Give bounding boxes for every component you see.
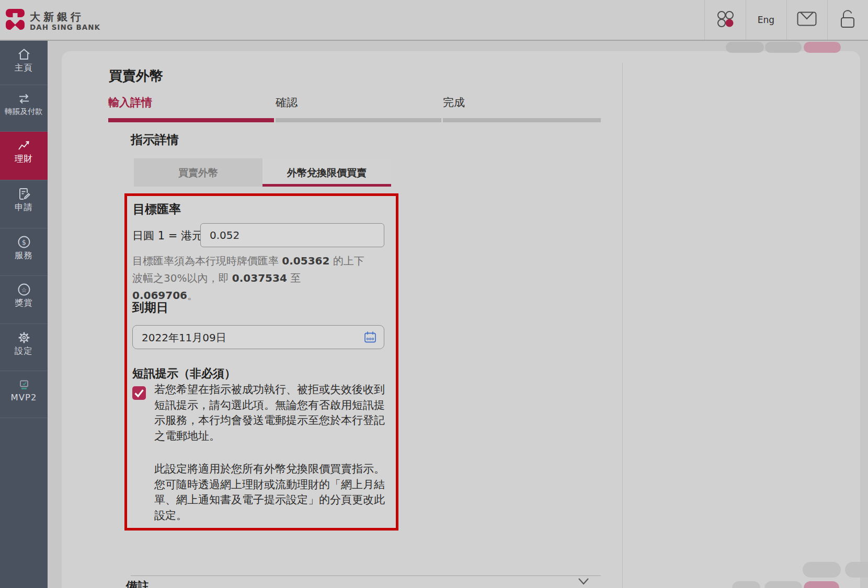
wealth-chart-icon: [17, 139, 31, 152]
logout-button[interactable]: [827, 0, 868, 40]
svg-text:$: $: [21, 238, 26, 246]
tab-fx-trade[interactable]: 買賣外幣: [134, 158, 262, 187]
apps-grid-icon: [716, 9, 735, 30]
background-pill: [726, 42, 764, 53]
application-icon: [17, 187, 31, 201]
sidebar-item-wealth[interactable]: 理財: [0, 132, 48, 180]
sidebar-item-applications[interactable]: 申請: [0, 180, 48, 228]
step-complete: 完成: [443, 95, 465, 110]
svg-text:☆: ☆: [21, 286, 27, 294]
rewards-star-icon: ☆: [17, 283, 31, 296]
remarks-divider: [131, 575, 601, 576]
target-rate-input[interactable]: [200, 223, 384, 247]
sidebar-item-transfers[interactable]: 轉賬及付款: [0, 85, 48, 132]
services-dollar-icon: $: [17, 235, 31, 249]
background-pill: [845, 562, 868, 578]
calendar-icon[interactable]: [363, 330, 377, 344]
content-right-divider: [622, 63, 623, 588]
messages-button[interactable]: [786, 0, 827, 40]
chevron-down-icon[interactable]: [578, 578, 589, 586]
dah-sing-logo-icon[interactable]: [5, 8, 26, 30]
expiry-date-field[interactable]: 2022年11月09日: [132, 325, 384, 349]
apps-menu-button[interactable]: [704, 0, 746, 40]
sidebar-item-settings[interactable]: 設定: [0, 324, 48, 371]
target-rate-title: 目標匯率: [133, 201, 181, 217]
brand-name-zh: 大新銀行: [30, 10, 84, 24]
page-title: 買賣外幣: [109, 67, 163, 85]
progress-segment-3: [443, 118, 601, 122]
sms-alert-title: 短訊提示（非必須）: [132, 366, 236, 382]
step-confirm: 確認: [276, 95, 298, 110]
sms-alert-paragraph-1: 若您希望在指示被成功執行、被拒或失效後收到短訊提示，請勾選此項。無論您有否啟用短…: [154, 382, 391, 444]
sidebar-item-home[interactable]: 主頁: [0, 41, 48, 85]
expiry-date-title: 到期日: [132, 299, 168, 316]
top-header: 大新銀行 DAH SING BANK Eng: [0, 0, 868, 41]
rate-range-helper-text: 目標匯率須為本行現時牌價匯率 0.05362 的上下波幅之30%以內，即 0.0…: [132, 252, 369, 304]
tab-fx-limit-order[interactable]: 外幣兌換限價買賣: [262, 158, 391, 187]
currency-pair-label: 日圓 1 = 港元: [132, 228, 203, 243]
lock-icon: [839, 9, 856, 31]
background-pill: [804, 42, 841, 53]
check-icon: [132, 392, 146, 402]
remarks-section-label: 備註: [126, 579, 149, 588]
brand-name-en: DAH SING BANK: [30, 23, 100, 31]
dah-sing-bank-app: { "colors": { "accent_crimson": "#9d2044…: [0, 0, 868, 588]
background-pill: [732, 581, 760, 588]
progress-segment-1: [108, 118, 274, 122]
progress-segment-2: [276, 118, 441, 122]
highlighted-form-section: 目標匯率 日圓 1 = 港元 目標匯率須為本行現時牌價匯率 0.05362 的上…: [124, 193, 398, 531]
transfer-icon: [17, 92, 31, 106]
sms-alert-paragraph-2: 此設定將適用於您所有外幣兌換限價買賣指示。您可隨時透過網上理財或流動理財的「網上…: [154, 462, 391, 523]
sidebar-item-services[interactable]: $ 服務: [0, 228, 48, 276]
step-enter-details: 輸入詳情: [108, 95, 152, 110]
language-label: Eng: [758, 15, 774, 25]
sms-alert-checkbox[interactable]: [132, 386, 146, 400]
mvp2-icon: [17, 378, 31, 391]
sidebar-nav: 主頁 轉賬及付款 理財 申請: [0, 41, 48, 588]
home-icon: [17, 48, 31, 61]
background-pill: [803, 562, 841, 578]
sidebar-item-mvp2[interactable]: MVP2: [0, 371, 48, 418]
background-pill: [804, 581, 839, 588]
expiry-date-value: 2022年11月09日: [142, 331, 226, 345]
settings-gear-icon: [17, 331, 31, 344]
instruction-type-tabs: 買賣外幣 外幣兌換限價買賣: [134, 158, 391, 187]
mail-icon: [797, 11, 817, 28]
active-tab-underline: [262, 184, 391, 187]
background-pill: [764, 581, 802, 588]
sidebar-item-rewards[interactable]: ☆ 獎賞: [0, 276, 48, 324]
section-title-instruction-details: 指示詳情: [131, 132, 179, 148]
language-toggle[interactable]: Eng: [746, 0, 786, 40]
background-pill: [765, 42, 802, 53]
